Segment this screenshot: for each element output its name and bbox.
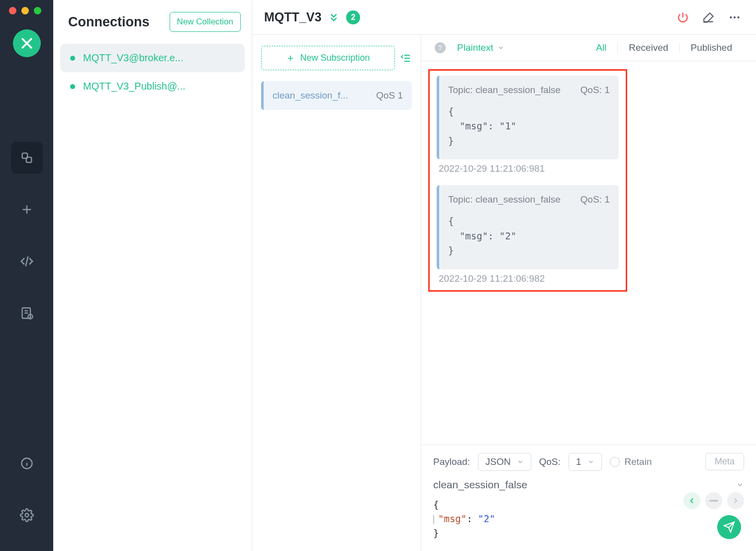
message-qos: QoS: 1 xyxy=(580,194,610,205)
svg-point-5 xyxy=(25,514,28,517)
nav-rail xyxy=(0,0,53,551)
nav-log[interactable] xyxy=(11,297,43,329)
svg-rect-11 xyxy=(709,500,718,502)
highlight-annotation: Topic: clean_session_false QoS: 1 { "msg… xyxy=(428,69,627,292)
main-header: MQTT_V3 2 xyxy=(252,0,756,35)
chevron-down-icon xyxy=(517,458,524,465)
format-select[interactable]: Plaintext xyxy=(457,42,504,53)
status-dot-icon xyxy=(70,56,75,61)
nav-new[interactable] xyxy=(11,194,43,225)
history-prev-button[interactable] xyxy=(683,492,700,509)
message-topic: Topic: clean_session_false xyxy=(448,194,561,205)
disconnect-icon[interactable] xyxy=(676,11,689,24)
window-controls xyxy=(9,7,41,14)
subscription-topic: clean_session_f... xyxy=(273,90,348,101)
send-button[interactable] xyxy=(717,515,741,539)
message-filter-tabs: All Received Published xyxy=(585,42,743,53)
expand-down-icon[interactable] xyxy=(328,12,339,23)
qos-label: QoS: xyxy=(539,456,561,467)
radio-icon xyxy=(610,457,620,467)
edit-icon[interactable] xyxy=(702,11,715,24)
connection-title: MQTT_V3 xyxy=(264,10,321,24)
retain-toggle[interactable]: Retain xyxy=(610,456,652,467)
message-body: { "msg": "2" } xyxy=(448,214,610,258)
publish-topic-input[interactable]: clean_session_false xyxy=(433,479,744,491)
help-icon[interactable]: ? xyxy=(434,42,446,54)
nav-scripts[interactable] xyxy=(11,245,43,277)
connection-item[interactable]: MQTT_V3@broker.e... xyxy=(60,44,245,72)
connection-label: MQTT_V3_Publish@... xyxy=(83,81,186,92)
svg-text:?: ? xyxy=(438,44,442,52)
nav-settings[interactable] xyxy=(11,499,43,531)
connections-sidebar: Connections New Collection MQTT_V3@broke… xyxy=(53,0,252,551)
more-icon[interactable] xyxy=(728,11,741,24)
messages-column: ? Plaintext All Received Published xyxy=(421,35,756,551)
publish-panel: Payload: JSON QoS: 1 Retain xyxy=(421,444,756,551)
new-subscription-label: New Subscription xyxy=(300,53,370,63)
filter-tab-all[interactable]: All xyxy=(585,42,617,53)
message-count-badge: 2 xyxy=(346,10,360,24)
payload-history-nav xyxy=(683,492,744,509)
payload-format-select[interactable]: JSON xyxy=(478,453,531,471)
chevron-down-icon xyxy=(736,481,744,489)
collapse-subscriptions-icon[interactable] xyxy=(400,52,412,64)
message-card[interactable]: Topic: clean_session_false QoS: 1 { "msg… xyxy=(437,185,619,269)
message-timestamp: 2022-10-29 11:21:06:982 xyxy=(439,273,619,284)
new-subscription-button[interactable]: New Subscription xyxy=(261,46,395,70)
message-timestamp: 2022-10-29 11:21:06:981 xyxy=(439,163,619,174)
cursor-icon xyxy=(433,515,434,524)
status-dot-icon xyxy=(70,84,75,89)
messages-list: Topic: clean_session_false QoS: 1 { "msg… xyxy=(421,61,756,444)
meta-button[interactable]: Meta xyxy=(705,453,744,470)
filter-tab-published[interactable]: Published xyxy=(679,42,743,53)
svg-point-6 xyxy=(730,16,732,18)
message-body: { "msg": "1" } xyxy=(448,105,610,148)
connection-label: MQTT_V3@broker.e... xyxy=(83,52,183,64)
connections-title: Connections xyxy=(68,14,150,30)
app-logo xyxy=(13,29,41,57)
svg-point-8 xyxy=(737,16,739,18)
main-panel: MQTT_V3 2 New Subscriptio xyxy=(252,0,756,551)
subscriptions-column: New Subscription clean_session_f... QoS … xyxy=(252,35,421,551)
close-window-icon[interactable] xyxy=(9,7,16,14)
qos-select[interactable]: 1 xyxy=(568,453,602,471)
nav-info[interactable] xyxy=(11,447,43,479)
message-card[interactable]: Topic: clean_session_false QoS: 1 { "msg… xyxy=(437,76,619,159)
svg-point-7 xyxy=(734,16,736,18)
chevron-down-icon xyxy=(497,44,504,51)
format-label: Plaintext xyxy=(457,42,493,53)
messages-toolbar: ? Plaintext All Received Published xyxy=(421,35,756,61)
subscription-qos: QoS 1 xyxy=(376,90,403,101)
message-topic: Topic: clean_session_false xyxy=(448,85,561,96)
history-next-button[interactable] xyxy=(727,492,744,509)
new-collection-button[interactable]: New Collection xyxy=(170,12,241,32)
history-mid-button[interactable] xyxy=(705,492,722,509)
message-qos: QoS: 1 xyxy=(580,85,610,96)
chevron-down-icon xyxy=(587,458,594,465)
subscription-item[interactable]: clean_session_f... QoS 1 xyxy=(261,81,412,110)
connection-item[interactable]: MQTT_V3_Publish@... xyxy=(60,72,245,101)
maximize-window-icon[interactable] xyxy=(34,7,41,14)
payload-label: Payload: xyxy=(433,456,470,467)
filter-tab-received[interactable]: Received xyxy=(617,42,679,53)
nav-connections[interactable] xyxy=(11,142,43,174)
minimize-window-icon[interactable] xyxy=(21,7,29,14)
